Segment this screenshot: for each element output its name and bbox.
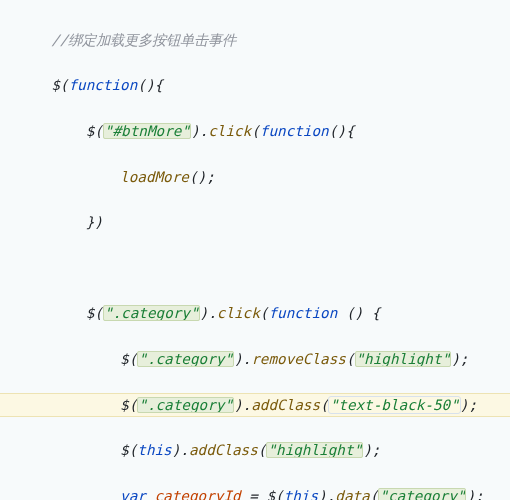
code-editor[interactable]: //绑定加载更多按钮单击事件 $(function(){ $("#btnMore… [0,0,510,500]
comment: //绑定加载更多按钮单击事件 [51,32,236,48]
string-with-cursor: "text-black-50" [329,397,460,413]
code-line: $(this).addClass("highlight"); [0,439,510,462]
code-line: $(function(){ [0,74,510,97]
code-line: $(".category").removeClass("highlight"); [0,348,510,371]
code-line: $(".category").click(function () { [0,302,510,325]
code-line: loadMore(); [0,166,510,189]
code-line [0,257,510,280]
code-line: var categoryId = $(this).data("category"… [0,485,510,500]
code-line: }) [0,211,510,234]
code-line: $("#btnMore").click(function(){ [0,120,510,143]
code-line-active: $(".category").addClass("text-black-50")… [0,393,510,418]
code-line: //绑定加载更多按钮单击事件 [0,29,510,52]
